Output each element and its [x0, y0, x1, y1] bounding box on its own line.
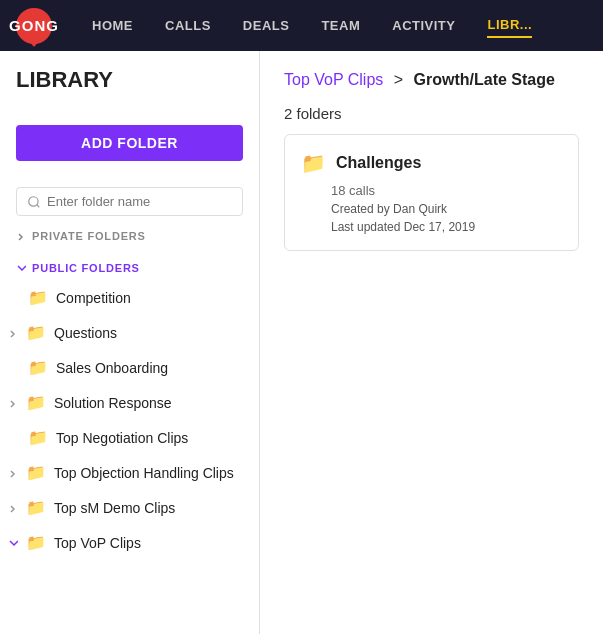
folder-objection-icon: 📁 [26, 463, 46, 482]
folder-card-updated: Last updated Dec 17, 2019 [331, 220, 562, 234]
logo: GONG [16, 8, 52, 44]
folder-competition-name: Competition [56, 290, 131, 306]
nav-home[interactable]: HOME [92, 14, 133, 37]
last-updated-date: Dec 17, 2019 [404, 220, 475, 234]
private-folders-section: PRIVATE FOLDERS [0, 216, 259, 248]
folder-negotiation-icon: 📁 [28, 428, 48, 447]
folder-item-competition[interactable]: 📁 Competition [0, 280, 259, 315]
folder-questions-icon: 📁 [26, 323, 46, 342]
folder-sales-name: Sales Onboarding [56, 360, 168, 376]
objection-chevron-icon [8, 468, 18, 478]
folder-item-sales-onboarding[interactable]: 📁 Sales Onboarding [0, 350, 259, 385]
svg-line-1 [37, 204, 40, 207]
solution-chevron-icon [8, 398, 18, 408]
nav-activity[interactable]: ACTIVITY [392, 14, 455, 37]
logo-badge: GONG [16, 8, 52, 44]
folder-item-top-vop[interactable]: 📁 Top VoP Clips [0, 525, 259, 560]
folder-solution-icon: 📁 [26, 393, 46, 412]
breadcrumb-link[interactable]: Top VoP Clips [284, 71, 383, 88]
add-folder-button[interactable]: ADD FOLDER [16, 125, 243, 161]
page-title: LIBRARY [0, 51, 259, 109]
folder-sales-icon: 📁 [28, 358, 48, 377]
folder-solution-name: Solution Response [54, 395, 172, 411]
folder-competition-icon: 📁 [28, 288, 48, 307]
folder-item-top-objection[interactable]: 📁 Top Objection Handling Clips [0, 455, 259, 490]
folder-card-header: 📁 Challenges [301, 151, 562, 175]
breadcrumb-current: Growth/Late Stage [414, 71, 555, 88]
search-box [16, 187, 243, 216]
folder-card-meta: Created by Dan Quirk [331, 202, 562, 216]
folder-objection-name: Top Objection Handling Clips [54, 465, 234, 481]
breadcrumb-separator: > [394, 71, 403, 88]
folder-card-name: Challenges [336, 154, 421, 172]
sm-demo-chevron-icon [8, 503, 18, 513]
main-content: Top VoP Clips > Growth/Late Stage 2 fold… [260, 51, 603, 634]
folder-negotiation-name: Top Negotiation Clips [56, 430, 188, 446]
sidebar: LIBRARY ADD FOLDER PRIVATE FOLDERS PUBLI… [0, 51, 260, 634]
search-icon [27, 195, 41, 209]
nav-deals[interactable]: DEALS [243, 14, 290, 37]
public-chevron-icon[interactable] [16, 263, 26, 273]
public-folders-section: PUBLIC FOLDERS [0, 248, 259, 280]
folder-sm-demo-icon: 📁 [26, 498, 46, 517]
sidebar-header: ADD FOLDER [0, 109, 259, 177]
svg-point-0 [29, 196, 38, 205]
folder-questions-name: Questions [54, 325, 117, 341]
private-chevron-icon[interactable] [16, 231, 26, 241]
folder-item-top-sm-demo[interactable]: 📁 Top sM Demo Clips [0, 490, 259, 525]
public-folders-label: PUBLIC FOLDERS [32, 262, 140, 274]
last-updated-label: Last updated [331, 220, 400, 234]
created-by-label: Created by [331, 202, 390, 216]
folder-vop-name: Top VoP Clips [54, 535, 141, 551]
folder-item-solution-response[interactable]: 📁 Solution Response [0, 385, 259, 420]
folder-vop-icon: 📁 [26, 533, 46, 552]
folder-item-top-negotiation[interactable]: 📁 Top Negotiation Clips [0, 420, 259, 455]
search-input[interactable] [47, 194, 232, 209]
created-by-name: Dan Quirk [393, 202, 447, 216]
top-navigation: GONG HOME CALLS DEALS TEAM ACTIVITY LIBR… [0, 0, 603, 51]
nav-calls[interactable]: CALLS [165, 14, 211, 37]
questions-chevron-icon [8, 328, 18, 338]
breadcrumb: Top VoP Clips > Growth/Late Stage [284, 71, 579, 89]
logo-text: GONG [9, 17, 59, 34]
folder-card-calls: 18 calls [331, 183, 562, 198]
folder-sm-demo-name: Top sM Demo Clips [54, 500, 175, 516]
private-folders-label: PRIVATE FOLDERS [32, 230, 146, 242]
folders-count: 2 folders [284, 105, 579, 122]
nav-library[interactable]: LIBR... [487, 13, 532, 38]
vop-chevron-icon [8, 538, 18, 548]
folder-card-challenges[interactable]: 📁 Challenges 18 calls Created by Dan Qui… [284, 134, 579, 251]
folder-item-questions[interactable]: 📁 Questions [0, 315, 259, 350]
main-layout: LIBRARY ADD FOLDER PRIVATE FOLDERS PUBLI… [0, 51, 603, 634]
nav-team[interactable]: TEAM [321, 14, 360, 37]
folder-card-icon: 📁 [301, 151, 326, 175]
